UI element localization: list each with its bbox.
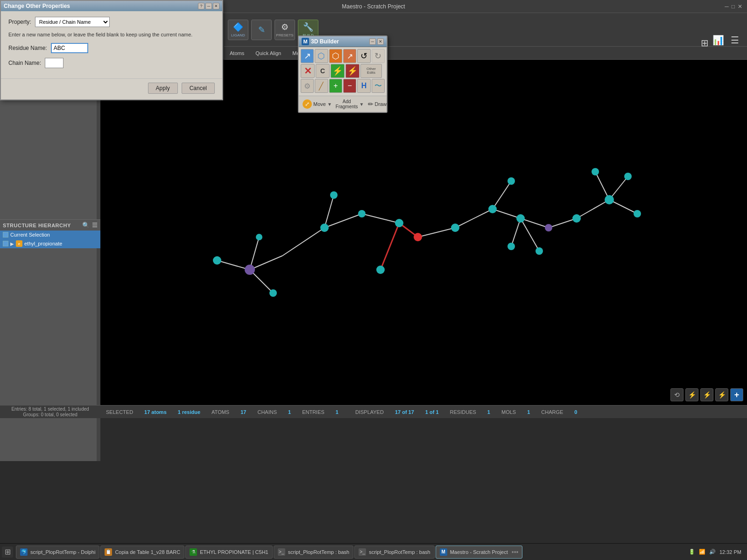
current-selection-row[interactable]: Current Selection [0,231,100,239]
svg-line-13 [493,209,521,218]
clock: 12:32 PM [719,549,741,555]
displayed-label: DISPLAYED [355,409,384,415]
redo-btn[interactable]: ↻ [372,49,385,63]
svg-point-41 [624,173,632,180]
residue-name-label: Residue Name: [8,45,47,51]
builder-content: ↗ ⬡ ⬡ ↗ ↺ ↻ ✕ C [299,47,387,96]
mols-label: MOLS [501,409,516,415]
move-dropdown[interactable]: ▼ [327,102,332,107]
undo-btn[interactable]: ↺ [357,49,370,63]
structure-hierarchy-panel: STRUCTURE HIERARCHY 🔍 ☰ Current Selectio… [0,219,100,248]
move-icon: ⤢ [303,99,312,109]
svg-point-38 [545,224,552,231]
taskbar-right: 🔋 📶 🔊 12:32 PM [689,549,745,555]
taskbar-dots: ••• [512,548,519,556]
builder-row-3: ⚙ ╱ + − H 〜 [301,79,385,93]
window-title: Maestro - Scratch Project [342,3,405,10]
3d-viewport[interactable]: O O ⟲ ⚡ ⚡ ⚡ + [100,60,747,405]
element-btn[interactable]: ⬡ [329,49,342,63]
entries-num: 1 [336,409,338,415]
dialog-minimize-btn[interactable]: ─ [205,3,212,9]
vp-icon-4[interactable]: ⚡ [715,388,728,401]
residues-label: RESIDUES [450,409,476,415]
ligand-tool-btn[interactable]: 🔷 LIGAND [228,20,248,40]
property-select[interactable]: Residue / Chain Name [35,17,110,27]
delete-btn[interactable]: ✕ [301,64,315,78]
taskbar-item-5[interactable]: >_ script_PlopRotTemp : bash [354,546,434,559]
bend-btn[interactable]: ╱ [315,79,328,93]
svg-line-9 [381,223,399,270]
vp-icon-2[interactable]: ⚡ [685,388,698,401]
info-text: Enter a new name below, or leave the fie… [8,32,215,37]
presets-tool-btn[interactable]: ⚙ PRESETS [275,20,295,40]
residue-val: 1 residue [178,409,200,415]
ethyl-propionate-row[interactable]: ▶ e ethyl_propionate [0,239,100,248]
ethyl-checkbox[interactable] [3,241,8,246]
vp-icon-3[interactable]: ⚡ [700,388,713,401]
svg-point-22 [213,256,221,265]
entries-label: ENTRIES [302,409,324,415]
svg-point-30 [376,266,385,274]
charge-label: CHARGE [541,409,563,415]
entries-status: Entries: 8 total, 1 selected, 1 included [11,406,89,412]
close-icon[interactable]: ✕ [738,3,742,10]
lightning-green-btn[interactable]: ⚡ [331,64,345,78]
add-fragments-btn[interactable]: Add Fragments ▼ [334,98,366,110]
dialog-button-row: Apply Cancel [1,78,222,99]
builder-titlebar: M 3D Builder ─ ✕ [299,36,387,47]
current-selection-checkbox[interactable] [3,232,8,238]
bond-tool-btn[interactable]: ⚙ [301,79,314,93]
vp-icon-1[interactable]: ⟲ [670,388,684,401]
taskbar-item-2[interactable]: 📋 Copia de Table 1_v28 BARC [100,546,184,559]
add-icon-btn[interactable]: + [730,388,743,401]
maestro-icon: M [440,548,447,556]
carbon-btn[interactable]: C [316,64,330,78]
svg-point-35 [516,214,525,223]
chain-name-input[interactable] [45,58,63,68]
fragments-dropdown[interactable]: ▼ [359,102,364,107]
atoms-menu[interactable]: Atoms [228,49,246,57]
svg-line-12 [493,181,511,209]
add-atom-btn[interactable]: + [329,79,342,93]
apply-button[interactable]: Apply [148,83,178,94]
svg-point-27 [330,191,338,199]
hierarchy-search-icon[interactable]: 🔍 [82,222,90,229]
edit-tool-btn[interactable]: ✎ [251,20,272,40]
quick-align-menu[interactable]: Quick Align [254,49,283,57]
battery-icon: 🔋 [689,549,695,555]
wave-btn[interactable]: 〜 [372,79,385,93]
draw-icon: ✏ [368,100,374,108]
svg-line-2 [250,256,282,270]
taskbar-item-3[interactable]: ⚗ ETHYL PROPIONATE | C5H1 [185,546,273,559]
start-button[interactable]: ⊞ [2,546,13,558]
taskbar-item-4[interactable]: >_ script_PlopRotTemp : bash [274,546,353,559]
arrow-btn[interactable]: ↗ [343,49,356,63]
minus-btn[interactable]: − [343,79,356,93]
select-btn[interactable]: ↗ [301,49,314,63]
builder-minimize-btn[interactable]: ─ [369,38,376,45]
builder-title: 3D Builder [311,38,339,45]
dialog-help-btn[interactable]: ? [198,3,204,9]
builder-close-btn[interactable]: ✕ [377,38,384,45]
lightning-red-btn[interactable]: ⚡ [345,64,359,78]
svg-point-28 [358,210,366,217]
maximize-icon[interactable]: □ [732,3,735,10]
svg-line-18 [577,200,609,218]
svg-point-42 [634,210,641,217]
draw-btn[interactable]: ✏ Draw [366,99,389,109]
other-edits-btn[interactable]: Other Edits [360,64,382,78]
dialog-close-btn[interactable]: ✕ [213,3,219,9]
taskbar-maestro[interactable]: M Maestro - Scratch Project ••• [436,546,523,559]
minimize-icon[interactable]: ─ [725,3,729,10]
sound-icon: 🔊 [709,549,716,555]
fragment-btn[interactable]: ⬡ [315,49,328,63]
expand-arrow[interactable]: ▶ [10,241,14,246]
move-btn[interactable]: ⤢ Move ▼ [301,98,334,110]
svg-line-19 [595,172,609,200]
h-btn[interactable]: H [357,79,370,93]
residue-name-input[interactable] [51,43,88,53]
hierarchy-menu-icon[interactable]: ☰ [92,222,98,229]
chains-num: 1 [288,409,291,415]
taskbar-item-1[interactable]: 🐬 script_PlopRotTemp - Dolphi [16,546,99,559]
cancel-button[interactable]: Cancel [182,83,215,94]
